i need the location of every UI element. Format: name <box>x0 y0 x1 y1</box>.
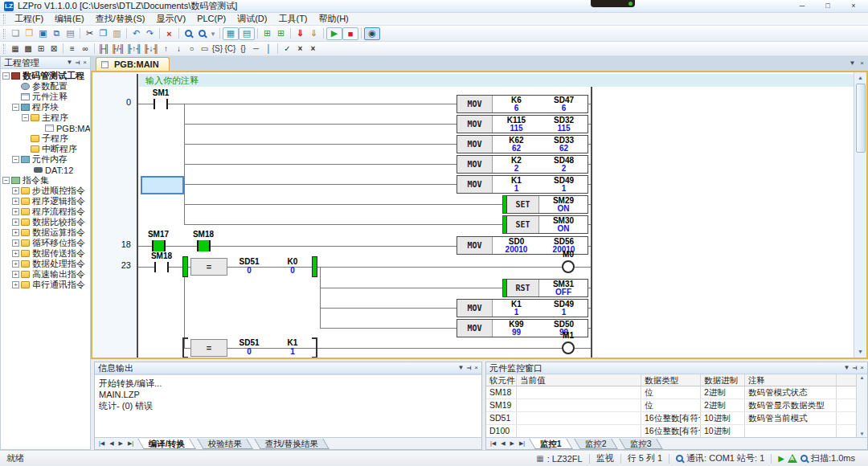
net-label-button[interactable]: ≡ <box>66 43 79 55</box>
contact-sm17-active[interactable] <box>152 240 166 251</box>
column-header[interactable]: 软元件 <box>486 374 517 386</box>
tab-compile-result[interactable]: 编译/转换 <box>137 439 195 449</box>
scroll-down-icon[interactable]: ▼ <box>858 346 863 358</box>
tab-nav-first-icon[interactable]: |◀ <box>488 440 498 447</box>
expander-icon[interactable]: − <box>22 114 29 121</box>
contact-closed-button[interactable]: ╟/╢ <box>110 43 125 55</box>
net-view-button[interactable]: ▩ <box>22 43 35 55</box>
save-button[interactable]: ▣ <box>36 27 50 40</box>
tab-nav-next-icon[interactable]: ▶ <box>117 440 125 447</box>
column-header[interactable]: 当前值 <box>517 374 641 386</box>
panel-close-icon[interactable]: × <box>83 59 87 66</box>
find-replace-button[interactable] <box>195 27 209 40</box>
h-line-button[interactable]: ─ <box>249 43 262 55</box>
edge-falling-button[interactable]: ↓ <box>172 43 185 55</box>
editor-vertical-scrollbar[interactable]: ▲ ▼ <box>854 72 866 358</box>
instruction-mov[interactable]: MOV K115115 SD32115 <box>457 115 588 133</box>
monitor-row[interactable]: SM19 位2进制 数码管显示数据类型 <box>486 399 867 412</box>
column-header[interactable]: 数据类型 <box>641 374 701 386</box>
panel-pin-icon[interactable]: T <box>852 366 858 370</box>
monitor-row[interactable]: SM18 位2进制 数码管模式状态 <box>486 386 867 399</box>
run-plc-button[interactable]: ▶ <box>326 27 342 40</box>
panel-close-icon[interactable]: × <box>860 365 864 371</box>
delete-h-line-button[interactable]: × <box>293 43 306 55</box>
close-button[interactable]: × <box>841 0 866 12</box>
tab-nav-prev-icon[interactable]: ◀ <box>498 440 507 447</box>
instruction-compare[interactable]: = <box>190 258 227 276</box>
instruction-mov[interactable]: MOV K6262 SD3362 <box>457 135 588 153</box>
menu-tools[interactable]: 工具(T) <box>272 13 313 25</box>
monitor-row[interactable]: D100 16位整数[有符号]10进制 <box>486 425 867 437</box>
contact-open-button[interactable]: ╟╢ <box>97 43 110 55</box>
append-cell-button[interactable]: ⊞ <box>274 27 288 40</box>
panel-close-icon[interactable]: × <box>474 365 478 371</box>
coil-button[interactable]: ○ <box>185 43 198 55</box>
expander-icon[interactable]: + <box>12 260 19 268</box>
ladder-view-button[interactable]: ▦ <box>223 27 239 40</box>
contact-falling-button[interactable]: ╟↓╢ <box>142 43 159 55</box>
panel-menu-icon[interactable]: ▼ <box>458 365 465 371</box>
menu-view[interactable]: 显示(V) <box>150 13 191 25</box>
contact-sm18[interactable] <box>154 262 169 272</box>
print-button[interactable]: ▤ <box>63 27 77 40</box>
tab-monitor-1[interactable]: 监控1 <box>529 439 572 449</box>
menu-plc[interactable]: PLC(P) <box>191 13 231 25</box>
expander-icon[interactable]: − <box>2 177 10 184</box>
save-all-button[interactable]: ⧉ <box>50 27 63 40</box>
scroll-down-icon[interactable]: ▼ <box>860 431 865 436</box>
expander-icon[interactable]: + <box>12 208 19 215</box>
expander-icon[interactable]: + <box>12 187 19 194</box>
menu-edit[interactable]: 编辑(E) <box>49 13 90 25</box>
il-view-button[interactable]: ▤ <box>239 27 255 40</box>
monitor-scrollbar[interactable]: ▲ ▼ <box>856 374 867 437</box>
selected-cell[interactable] <box>141 176 184 194</box>
contact-sm1[interactable] <box>154 99 168 109</box>
insert-row-button[interactable]: ⊞ <box>35 43 47 55</box>
tab-nav-next-icon[interactable]: ▶ <box>508 440 517 447</box>
panel-pin-icon[interactable]: T <box>75 61 81 65</box>
column-header[interactable]: 注释 <box>745 374 837 386</box>
toolbar-options-button[interactable]: ▾ <box>209 27 217 40</box>
scroll-up-icon[interactable]: ▲ <box>860 375 865 380</box>
scroll-up-icon[interactable]: ▲ <box>858 72 863 84</box>
v-line-button[interactable]: │ <box>262 43 275 55</box>
maximize-button[interactable]: □ <box>815 0 841 12</box>
expander-icon[interactable]: + <box>12 198 19 205</box>
expander-icon[interactable]: + <box>12 271 19 278</box>
tab-close-icon[interactable]: × <box>860 59 864 67</box>
instruction-set[interactable]: SET SM29ON <box>502 195 588 214</box>
tab-list-icon[interactable]: ▼ <box>849 59 855 67</box>
expander-icon[interactable]: + <box>12 239 19 247</box>
instruction-mov[interactable]: MOV K66 SD476 <box>457 95 588 113</box>
grid-view-button[interactable]: ▦ <box>9 43 22 55</box>
reset-coil-button[interactable]: {C} <box>223 43 236 55</box>
instruction-set[interactable]: SET SM30ON <box>502 215 588 234</box>
delete-v-line-button[interactable]: × <box>306 43 319 55</box>
function-block-button[interactable]: ▭ <box>198 43 211 55</box>
copy-button[interactable]: ❐ <box>96 27 110 40</box>
coil-m1[interactable] <box>562 341 575 354</box>
tree-item-device-memory[interactable]: − 元件内存 <box>1 154 90 165</box>
instruction-mov[interactable]: MOV K22 SD482 <box>457 155 588 174</box>
column-header[interactable]: 数据进制 <box>701 374 745 386</box>
network-comment[interactable]: 输入你的注释 <box>139 74 854 87</box>
delete-row-button[interactable]: ⊠ <box>47 43 60 55</box>
branch-button[interactable]: {} <box>236 43 249 55</box>
tab-monitor-2[interactable]: 监控2 <box>574 439 617 449</box>
scrollbar-thumb[interactable] <box>856 84 866 153</box>
tree-item-main-program[interactable]: − 主程序 <box>1 112 90 123</box>
coil-m0[interactable] <box>562 260 575 273</box>
ladder-canvas[interactable]: 输入你的注释 0 18 23 <box>92 72 854 358</box>
expander-icon[interactable]: − <box>12 156 19 163</box>
expander-icon[interactable]: + <box>12 229 19 236</box>
minimize-button[interactable]: ─ <box>789 0 815 12</box>
tab-nav-last-icon[interactable]: ▶| <box>517 440 527 447</box>
tab-pgb-main[interactable]: PGB:MAIN <box>96 57 170 71</box>
edge-rising-button[interactable]: ↑ <box>159 43 172 55</box>
tab-nav-prev-icon[interactable]: ◀ <box>107 440 116 447</box>
insert-cell-button[interactable]: ⊞ <box>260 27 274 40</box>
redo-button[interactable]: ↷ <box>143 27 157 40</box>
tree-item-serial-instruct[interactable]: + 串行通讯指令 <box>1 280 90 290</box>
contact-sm18-active[interactable] <box>197 240 211 251</box>
delete-button[interactable]: × <box>162 27 176 40</box>
